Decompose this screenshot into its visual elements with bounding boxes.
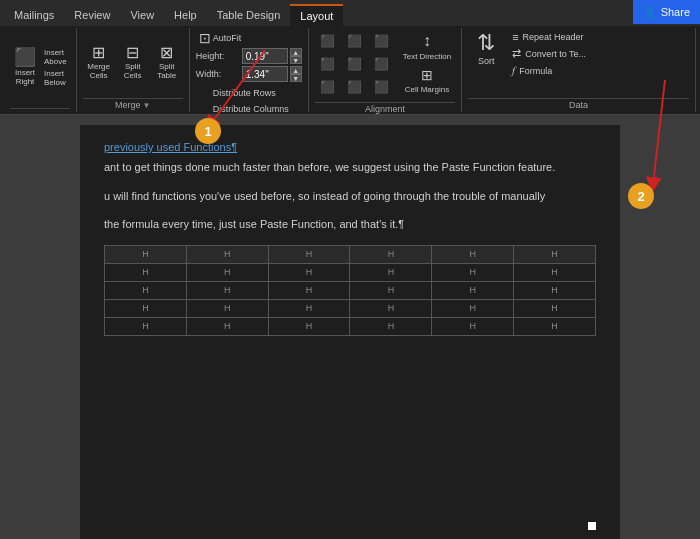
table-cell: H [268,299,350,317]
height-spin-down[interactable]: ▼ [290,56,302,64]
table-cell: H [268,263,350,281]
merge-cells-button[interactable]: ⊞ MergeCells [83,44,115,81]
convert-to-text-icon: ⇄ [512,47,521,60]
tab-help[interactable]: Help [164,4,207,26]
split-table-button[interactable]: ⊠ SplitTable [151,44,183,81]
autofit-icon: ⊡ [199,31,211,45]
width-input[interactable] [242,66,288,82]
table-cell: H [268,317,350,335]
tab-review[interactable]: Review [64,4,120,26]
table-cell: H [432,281,514,299]
repeat-header-button[interactable]: ≡ Repeat Header [508,30,689,44]
table-row: H H H H H H [105,317,596,335]
convert-to-text-button[interactable]: ⇄ Convert to Te... [508,46,689,61]
merge-group-label: Merge [115,100,141,110]
table-cell: H [105,317,187,335]
table-cell: H [350,245,432,263]
insert-right-button[interactable]: ⬛ InsertRight [10,46,40,88]
sort-icon: ⇅ [477,32,495,54]
align-middle-left[interactable]: ⬛ [315,53,341,75]
formula-button[interactable]: 𝑓 Formula [508,63,689,78]
data-group-label: Data [569,100,588,110]
group-data: ⇅ Sort ≡ Repeat Header ⇄ Convert to Te..… [462,28,696,112]
table-cell: H [186,317,268,335]
table-cell: H [268,245,350,263]
table-cell: H [514,317,596,335]
table-cell: H [432,245,514,263]
height-spin-up[interactable]: ▲ [290,48,302,56]
table-cell: H [350,263,432,281]
alignment-grid: ⬛ ⬛ ⬛ ⬛ ⬛ ⬛ ⬛ ⬛ ⬛ [315,30,395,98]
height-label: Height: [196,51,240,61]
width-spin-up[interactable]: ▲ [290,66,302,74]
split-cells-button[interactable]: ⊟ SplitCells [117,44,149,81]
table-row: H H H H H H [105,245,596,263]
width-spin-down[interactable]: ▼ [290,74,302,82]
align-middle-right[interactable]: ⬛ [369,53,395,75]
merge-cells-icon: ⊞ [92,45,105,61]
table-row: H H H H H H [105,281,596,299]
tab-table-design[interactable]: Table Design [207,4,291,26]
table-cell: H [105,263,187,281]
table-resize-handle[interactable] [588,522,596,530]
group-merge: ⊞ MergeCells ⊟ SplitCells ⊠ SplitTable M… [77,28,190,112]
table-cell: H [350,281,432,299]
table-cell: H [186,299,268,317]
share-button[interactable]: 👤 Share [633,0,700,24]
table-cell: H [105,245,187,263]
table-cell: H [432,299,514,317]
callout-1: 1 [195,118,221,144]
cell-margins-icon: ⊞ [421,67,433,83]
group-rows-columns: ⬛ InsertRight InsertAbove InsertBelow [4,28,77,112]
tab-view[interactable]: View [120,4,164,26]
callout-2: 2 [628,183,654,209]
group-cell-size: ⊡ AutoFit Height: ▲ ▼ Width: [190,28,309,112]
insert-above-button[interactable]: InsertAbove [41,47,70,67]
distribute-cols-button[interactable]: Distribute Columns [207,102,295,116]
tab-mailings[interactable]: Mailings [4,4,64,26]
table-cell: H [514,245,596,263]
doc-para2: u will find functions you've used before… [104,188,596,205]
text-direction-icon: ↕ [423,32,431,50]
table-cell: H [105,281,187,299]
alignment-group-label: Alignment [365,104,405,114]
align-top-right[interactable]: ⬛ [369,30,395,52]
sort-button[interactable]: ⇅ Sort [468,30,504,68]
table-cell: H [186,263,268,281]
repeat-header-icon: ≡ [512,31,518,43]
distribute-rows-button[interactable]: Distribute Rows [207,86,295,100]
split-table-icon: ⊠ [160,45,173,61]
doc-table: H H H H H H H H H H H H H H [104,245,596,336]
align-top-center[interactable]: ⬛ [342,30,368,52]
align-middle-center[interactable]: ⬛ [342,53,368,75]
table-cell: H [514,263,596,281]
tab-layout[interactable]: Layout [290,4,343,26]
align-top-left[interactable]: ⬛ [315,30,341,52]
width-label: Width: [196,69,240,79]
align-bottom-left[interactable]: ⬛ [315,76,341,98]
table-cell: H [432,317,514,335]
autofit-button[interactable]: ⊡ AutoFit [196,30,246,46]
group-alignment: ⬛ ⬛ ⬛ ⬛ ⬛ ⬛ ⬛ ⬛ ⬛ ↕ Text Direction [309,28,462,112]
text-direction-button[interactable]: ↕ Text Direction [399,30,455,63]
align-bottom-center[interactable]: ⬛ [342,76,368,98]
table-cell: H [350,299,432,317]
table-row: H H H H H H [105,299,596,317]
table-cell: H [186,245,268,263]
table-cell: H [432,263,514,281]
doc-para1: ant to get things done much faster than … [104,159,596,176]
person-icon: 👤 [643,6,657,19]
height-input[interactable] [242,48,288,64]
align-bottom-right[interactable]: ⬛ [369,76,395,98]
table-cell: H [514,281,596,299]
split-cells-icon: ⊟ [126,45,139,61]
table-cell: H [105,299,187,317]
doc-para3: the formula every time, just use Paste F… [104,216,596,233]
merge-expand-icon[interactable]: ▼ [142,101,150,110]
table-cell: H [514,299,596,317]
formula-icon: 𝑓 [512,64,515,77]
insert-below-button[interactable]: InsertBelow [41,68,70,88]
table-row: H H H H H H [105,263,596,281]
table-cell: H [268,281,350,299]
cell-margins-button[interactable]: ⊞ Cell Margins [401,65,453,96]
